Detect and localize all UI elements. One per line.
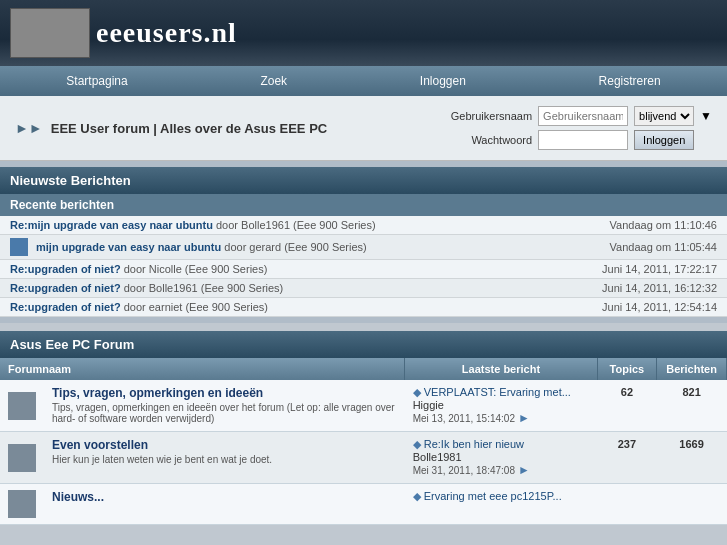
forum-desc: Hier kun je laten weten wie je bent en w… [52,454,397,465]
last-post-author: Bolle1981 [413,451,462,463]
post-title[interactable]: mijn upgrade van easy naar ubuntu [36,241,221,253]
blijvend-select[interactable]: blijvend [634,106,694,126]
post-time: Vandaag om 11:10:46 [610,219,717,231]
topics-count [597,484,656,525]
last-post-title[interactable]: VERPLAATST: Ervaring met... [424,386,571,398]
last-post-info: ◆ Ervaring met eee pc1215P... [413,490,590,503]
forum-title-area: ►► EEE User forum | Alles over de Asus E… [15,120,327,136]
post-text: Re:upgraden of niet? door Bolle1961 (Eee… [10,282,283,294]
logo-image [10,8,90,58]
username-row: Gebruikersnaam blijvend ▼ [442,106,712,126]
recent-post-item: Re:upgraden of niet? door Bolle1961 (Eee… [0,279,727,298]
nieuwste-berichten-section: Nieuwste Berichten Recente berichten Re:… [0,167,727,317]
new-post-icon [10,238,28,256]
post-left: Re:upgraden of niet? door Nicolle (Eee 9… [10,263,267,275]
last-post-cell: ◆ VERPLAATST: Ervaring met... Higgie Mei… [405,380,598,432]
post-time: Vandaag om 11:05:44 [610,241,717,253]
forum-name[interactable]: Nieuws... [52,490,397,504]
forum-row: Tips, vragen, opmerkingen en ideeën Tips… [0,380,727,432]
topics-count: 62 [597,380,656,432]
forum-icon [8,392,36,420]
berichten-count: 1669 [657,432,727,484]
last-post-arrow-icon: ► [518,411,530,425]
last-post-info: ◆ VERPLAATST: Ervaring met... Higgie Mei… [413,386,590,425]
post-text: mijn upgrade van easy naar ubuntu door g… [36,241,367,253]
post-left: Re:upgraden of niet? door Bolle1961 (Eee… [10,282,283,294]
forum-icon [8,490,36,518]
forum-section-header: Asus Eee PC Forum [0,331,727,358]
last-post-cell: ◆ Re:Ik ben hier nieuw Bolle1981 Mei 31,… [405,432,598,484]
col-topics: Topics [597,358,656,380]
dropdown-icon: ▼ [700,109,712,123]
forum-section: Asus Eee PC Forum Forumnaam Laatste beri… [0,331,727,525]
last-post-date: Mei 13, 2011, 15:14:02 [413,413,515,424]
forum-table: Forumnaam Laatste bericht Topics Bericht… [0,358,727,525]
recente-berichten-subheader: Recente berichten [0,194,727,216]
post-text: Re:upgraden of niet? door Nicolle (Eee 9… [10,263,267,275]
login-section: ►► EEE User forum | Alles over de Asus E… [0,96,727,161]
last-post-title[interactable]: Ervaring met eee pc1215P... [424,490,562,502]
nieuwste-berichten-header: Nieuwste Berichten [0,167,727,194]
post-time: Juni 14, 2011, 12:54:14 [602,301,717,313]
post-author: door Bolle1961 (Eee 900 Series) [124,282,284,294]
logo-text: eeeusers.nl [96,17,237,49]
col-forumnaam: Forumnaam [0,358,405,380]
forum-name[interactable]: Tips, vragen, opmerkingen en ideeën [52,386,397,400]
post-title[interactable]: Re:upgraden of niet? [10,263,121,275]
forum-row: Nieuws... ◆ Ervaring met eee pc1215P... [0,484,727,525]
login-form: Gebruikersnaam blijvend ▼ Wachtwoord Inl… [442,106,712,150]
topics-count: 237 [597,432,656,484]
recent-post-item: Re:mijn upgrade van easy naar ubuntu doo… [0,216,727,235]
forum-icon [8,444,36,472]
recent-post-item: Re:upgraden of niet? door earniet (Eee 9… [0,298,727,317]
recent-post-item: Re:upgraden of niet? door Nicolle (Eee 9… [0,260,727,279]
forum-main-cell: Even voorstellen Hier kun je laten weten… [44,432,405,484]
last-post-date: Mei 31, 2011, 18:47:08 [413,465,515,476]
password-input[interactable] [538,130,628,150]
login-button[interactable]: Inloggen [634,130,694,150]
berichten-count: 821 [657,380,727,432]
recent-post-item: mijn upgrade van easy naar ubuntu door g… [0,235,727,260]
nav-startpagina[interactable]: Startpagina [46,66,147,96]
last-post-author: Higgie [413,399,444,411]
post-author: door gerard (Eee 900 Series) [224,241,366,253]
nav-zoek[interactable]: Zoek [240,66,307,96]
post-author: door Bolle1961 (Eee 900 Series) [216,219,376,231]
col-berichten: Berichten [657,358,727,380]
forum-main-cell: Nieuws... [44,484,405,525]
post-left: Re:mijn upgrade van easy naar ubuntu doo… [10,219,376,231]
nav-inloggen[interactable]: Inloggen [400,66,486,96]
berichten-count [657,484,727,525]
post-time: Juni 14, 2011, 17:22:17 [602,263,717,275]
forum-main-cell: Tips, vragen, opmerkingen en ideeën Tips… [44,380,405,432]
post-author: door earniet (Eee 900 Series) [124,301,268,313]
post-time: Juni 14, 2011, 16:12:32 [602,282,717,294]
post-left: Re:upgraden of niet? door earniet (Eee 9… [10,301,268,313]
forum-name[interactable]: Even voorstellen [52,438,397,452]
separator-2 [0,317,727,323]
arrow-icon: ►► [15,120,43,136]
post-text: Re:upgraden of niet? door earniet (Eee 9… [10,301,268,313]
post-title[interactable]: Re:upgraden of niet? [10,282,121,294]
header: eeeusers.nl [0,0,727,66]
username-input[interactable] [538,106,628,126]
post-text: Re:mijn upgrade van easy naar ubuntu doo… [10,219,376,231]
nav-registreren[interactable]: Registreren [579,66,681,96]
password-label: Wachtwoord [442,134,532,146]
col-laatste-bericht: Laatste bericht [405,358,598,380]
navbar: Startpagina Zoek Inloggen Registreren [0,66,727,96]
last-post-title[interactable]: Re:Ik ben hier nieuw [424,438,524,450]
last-post-info: ◆ Re:Ik ben hier nieuw Bolle1981 Mei 31,… [413,438,590,477]
forum-row: Even voorstellen Hier kun je laten weten… [0,432,727,484]
forum-breadcrumb: EEE User forum | Alles over de Asus EEE … [51,121,328,136]
last-post-cell: ◆ Ervaring met eee pc1215P... [405,484,598,525]
username-label: Gebruikersnaam [442,110,532,122]
post-title[interactable]: Re:mijn upgrade van easy naar ubuntu [10,219,213,231]
post-title[interactable]: Re:upgraden of niet? [10,301,121,313]
post-author: door Nicolle (Eee 900 Series) [124,263,268,275]
password-row: Wachtwoord Inloggen [442,130,712,150]
last-post-arrow-icon: ► [518,463,530,477]
forum-desc: Tips, vragen, opmerkingen en ideeën over… [52,402,397,424]
post-left: mijn upgrade van easy naar ubuntu door g… [10,238,367,256]
